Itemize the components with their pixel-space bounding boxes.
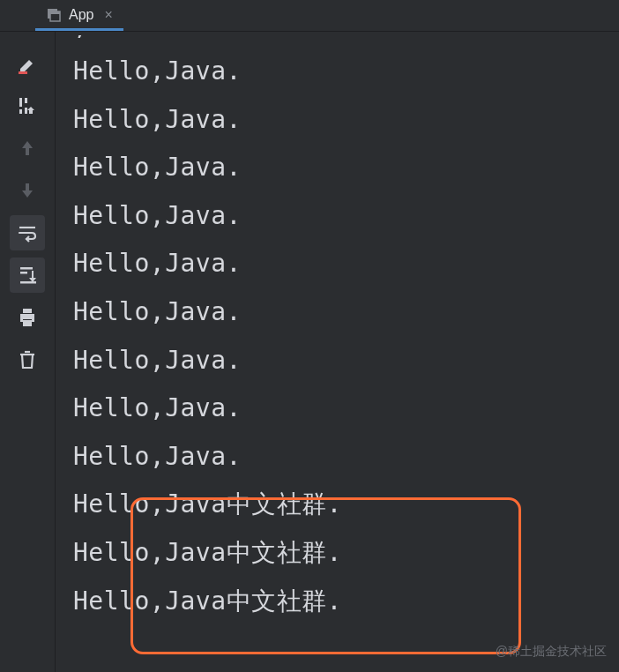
console-line: Hello,Java.: [73, 385, 619, 433]
svg-rect-7: [19, 109, 22, 114]
svg-rect-8: [25, 108, 27, 114]
trash-icon[interactable]: [10, 342, 45, 377]
console-line: Hello,Java.: [73, 144, 619, 192]
svg-rect-11: [20, 272, 27, 274]
console-line: Hello,Java.: [73, 240, 619, 288]
scroll-to-end-icon[interactable]: [10, 258, 45, 293]
console-line: Hello,Java.: [73, 288, 619, 337]
svg-rect-10: [20, 267, 33, 270]
svg-rect-4: [19, 71, 27, 74]
svg-rect-14: [23, 320, 32, 326]
window-icon: [46, 7, 62, 23]
console-output[interactable]: , Hello,Java.Hello,Java.Hello,Java.Hello…: [55, 32, 619, 672]
console-line: Hello,Java中文社群.: [73, 481, 619, 529]
console-line: Hello,Java中文社群.: [73, 529, 619, 578]
tab-app[interactable]: App ×: [35, 2, 123, 31]
print-icon[interactable]: [10, 300, 45, 335]
console-line: Hello,Java中文社群.: [73, 578, 619, 626]
close-icon[interactable]: ×: [104, 7, 112, 23]
console-line: Hello,Java.: [73, 48, 619, 96]
partial-line: ,: [73, 35, 619, 48]
svg-rect-13: [23, 309, 32, 313]
svg-rect-3: [50, 11, 60, 14]
svg-rect-12: [20, 281, 36, 284]
highlighter-icon[interactable]: [10, 46, 45, 81]
arrow-down-icon[interactable]: [10, 173, 45, 208]
console-line: Hello,Java.: [73, 433, 619, 482]
svg-rect-6: [25, 98, 27, 103]
console-line: Hello,Java.: [73, 192, 619, 241]
svg-rect-5: [19, 98, 22, 107]
arrow-up-icon[interactable]: [10, 131, 45, 166]
soft-wrap-icon[interactable]: [10, 215, 45, 250]
toolbar: [0, 32, 55, 672]
watermark: @稀土掘金技术社区: [496, 644, 607, 660]
sort-icon[interactable]: [10, 88, 45, 123]
tab-bar: App ×: [0, 0, 619, 32]
console-line: Hello,Java.: [73, 96, 619, 145]
tab-label: App: [69, 7, 93, 23]
main-area: , Hello,Java.Hello,Java.Hello,Java.Hello…: [0, 32, 619, 672]
console-line: Hello,Java.: [73, 337, 619, 385]
